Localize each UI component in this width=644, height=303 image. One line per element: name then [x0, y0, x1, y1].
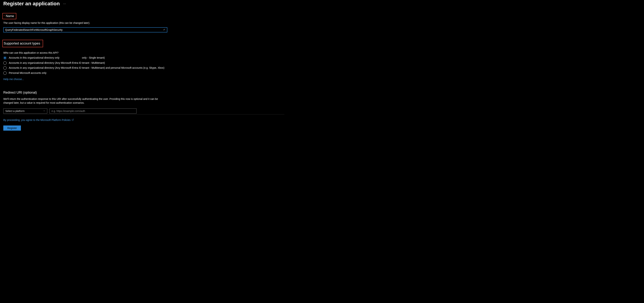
account-type-option-multitenant[interactable]: Accounts in any organizational directory… [3, 61, 167, 65]
radio-icon [3, 72, 6, 75]
platform-select-label: Select a platform [5, 110, 24, 112]
radio-icon [3, 56, 6, 60]
radio-icon [3, 66, 6, 70]
platform-policies-link[interactable]: By proceeding, you agree to the Microsof… [3, 118, 70, 122]
account-type-option-multitenant-personal[interactable]: Accounts in any organizational directory… [3, 66, 167, 70]
radio-label-suffix: only - Single tenant) [81, 56, 105, 59]
register-button[interactable]: Register [3, 126, 21, 130]
radio-label: Accounts in any organizational directory… [9, 66, 164, 70]
radio-label: Accounts in this organizational director… [9, 56, 105, 60]
footer-divider [3, 114, 284, 114]
radio-label-prefix: Accounts in this organizational director… [9, 56, 60, 59]
account-type-option-single-tenant[interactable]: Accounts in this organizational director… [3, 56, 167, 60]
account-type-option-personal-only[interactable]: Personal Microsoft accounts only [3, 71, 167, 75]
app-name-input[interactable] [3, 27, 167, 32]
checkmark-icon [163, 28, 166, 32]
redacted-tenant-name [60, 56, 81, 60]
platform-select[interactable]: Select a platform [3, 108, 47, 114]
redirect-uri-input[interactable] [50, 108, 136, 114]
name-label-highlight: * Name [2, 13, 16, 19]
radio-label: Accounts in any organizational directory… [9, 61, 105, 65]
required-star-icon: * [4, 15, 4, 18]
external-link-icon [72, 118, 74, 122]
accounts-section-heading: Supported account types [4, 42, 40, 45]
chevron-down-icon [43, 110, 45, 112]
redirect-uri-description: We'll return the authentication response… [3, 97, 167, 105]
name-field-label: Name [6, 14, 14, 18]
help-me-choose-link[interactable]: Help me choose... [3, 78, 24, 80]
redirect-uri-heading: Redirect URI (optional) [3, 91, 284, 94]
svg-line-0 [72, 119, 74, 120]
name-field-hint: The user-facing display name for this ap… [3, 22, 284, 24]
more-icon[interactable]: ⋯ [63, 2, 66, 6]
radio-label: Personal Microsoft accounts only [9, 71, 46, 75]
account-types-radio-group: Accounts in this organizational director… [3, 56, 167, 75]
page-title: Register an application [3, 1, 60, 6]
accounts-heading-highlight: Supported account types [2, 40, 43, 47]
accounts-section-question: Who can use this application or access t… [3, 51, 284, 54]
radio-icon [3, 61, 6, 65]
